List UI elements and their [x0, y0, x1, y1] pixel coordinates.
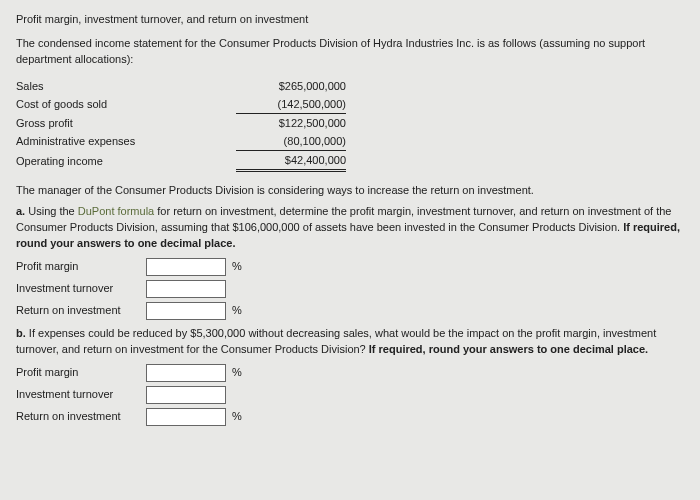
part-b-bold: If required, round your answers to one d…	[369, 343, 648, 355]
income-row: Operating income$42,400,000	[16, 152, 684, 173]
part-a-answer-input[interactable]	[146, 258, 226, 276]
part-a-answer-unit: %	[232, 259, 242, 275]
part-b-answer-input[interactable]	[146, 408, 226, 426]
page-title: Profit margin, investment turnover, and …	[16, 12, 684, 28]
income-row: Administrative expenses(80,100,000)	[16, 133, 684, 152]
income-row-value: $122,500,000	[236, 116, 346, 132]
income-row-label: Administrative expenses	[16, 134, 236, 150]
part-a-answer-label: Profit margin	[16, 259, 146, 275]
income-row: Cost of goods sold(142,500,000)	[16, 96, 684, 115]
part-b-letter: b.	[16, 327, 26, 339]
part-b-answer-label: Return on investment	[16, 409, 146, 425]
part-a-answer-input[interactable]	[146, 302, 226, 320]
income-row-value: $42,400,000	[236, 153, 346, 172]
income-row-value: $265,000,000	[236, 79, 346, 95]
part-b-answer-row: Return on investment%	[16, 408, 684, 426]
part-a-answer-unit: %	[232, 303, 242, 319]
part-b-answer-label: Profit margin	[16, 365, 146, 381]
income-row-label: Operating income	[16, 154, 236, 170]
income-row-label: Gross profit	[16, 116, 236, 132]
part-a-answer-input[interactable]	[146, 280, 226, 298]
part-a-answer-label: Investment turnover	[16, 281, 146, 297]
part-b-answer-row: Profit margin%	[16, 364, 684, 382]
part-b-answer-unit: %	[232, 365, 242, 381]
part-b-answer-input[interactable]	[146, 386, 226, 404]
income-row-label: Cost of goods sold	[16, 97, 236, 113]
part-a-letter: a.	[16, 205, 25, 217]
income-row: Gross profit$122,500,000	[16, 115, 684, 133]
dupont-link: DuPont formula	[78, 205, 154, 217]
income-statement: Sales$265,000,000Cost of goods sold(142,…	[16, 78, 684, 173]
intro-paragraph: The condensed income statement for the C…	[16, 36, 684, 68]
part-a-answer-row: Profit margin%	[16, 258, 684, 276]
part-b-answer-unit: %	[232, 409, 242, 425]
income-row-label: Sales	[16, 79, 236, 95]
part-a-answer-row: Investment turnover	[16, 280, 684, 298]
part-b-answer-label: Investment turnover	[16, 387, 146, 403]
part-b-answer-row: Investment turnover	[16, 386, 684, 404]
part-a-text-1: Using the	[28, 205, 78, 217]
manager-line: The manager of the Consumer Products Div…	[16, 183, 684, 199]
income-row: Sales$265,000,000	[16, 78, 684, 96]
part-b-answer-input[interactable]	[146, 364, 226, 382]
part-a-answer-row: Return on investment%	[16, 302, 684, 320]
part-a-question: a. Using the DuPont formula for return o…	[16, 204, 684, 252]
part-b-question: b. If expenses could be reduced by $5,30…	[16, 326, 684, 358]
income-row-value: (142,500,000)	[236, 97, 346, 114]
income-row-value: (80,100,000)	[236, 134, 346, 151]
part-a-answer-label: Return on investment	[16, 303, 146, 319]
